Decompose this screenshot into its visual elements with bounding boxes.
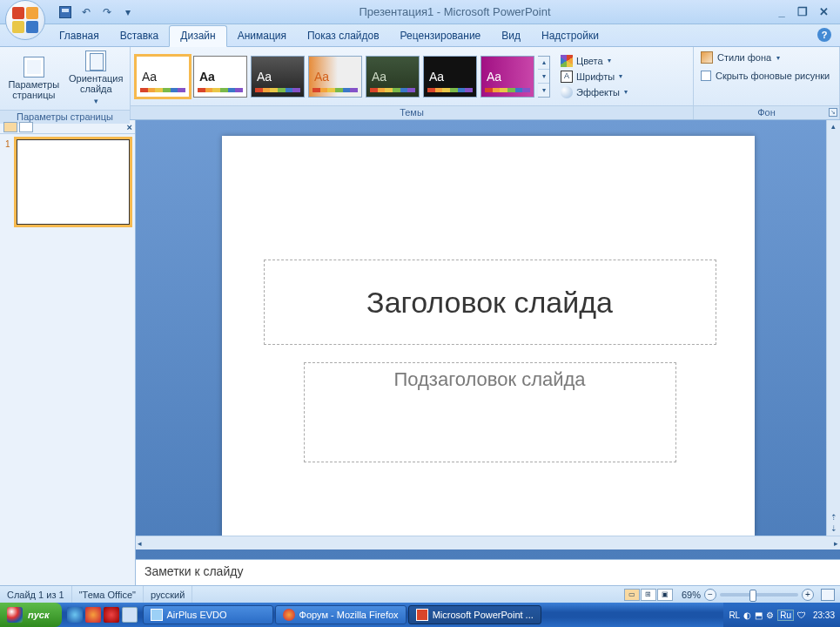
qat-redo-button[interactable]: ↷	[99, 4, 115, 20]
qat-undo-button[interactable]: ↶	[78, 4, 94, 20]
slide-canvas-area[interactable]: Заголовок слайда Подзаголовок слайда ▴ ⇡…	[136, 120, 840, 536]
status-slide-info: Слайд 1 из 1	[0, 586, 72, 603]
editor-area: Заголовок слайда Подзаголовок слайда ▴ ⇡…	[136, 120, 840, 585]
tray-lang-1[interactable]: RL	[729, 610, 740, 620]
ql-firefox-icon[interactable]	[85, 607, 101, 623]
office-button[interactable]	[5, 0, 45, 40]
next-slide-button[interactable]: ⇣	[830, 524, 837, 535]
theme-options: Цвета▾ A Шрифты▾ Эффекты▾	[559, 54, 629, 99]
slide-panel: × 1	[0, 120, 136, 585]
task-2[interactable]: Форум - Mozilla Firefox	[275, 605, 407, 624]
tray-icon-2[interactable]: ⬒	[755, 610, 763, 620]
background-styles-button[interactable]: Стили фона▾	[699, 51, 782, 64]
colors-icon	[561, 55, 573, 67]
tray-icon-3[interactable]: ⚙	[766, 610, 774, 620]
panel-close-button[interactable]: ×	[127, 122, 132, 132]
slide[interactable]: Заголовок слайда Подзаголовок слайда	[222, 136, 755, 536]
view-buttons: ▭ ⊞ ▣	[621, 589, 676, 601]
chevron-down-icon: ▾	[94, 96, 98, 106]
thumbnail-1[interactable]: 1	[0, 134, 135, 230]
start-button[interactable]: пуск	[0, 603, 62, 627]
tray-icon-1[interactable]: ◐	[743, 610, 751, 620]
theme-scroll-up[interactable]: ▴	[538, 57, 549, 71]
windows-logo-icon	[7, 607, 23, 623]
scroll-right-icon[interactable]: ▸	[834, 539, 838, 548]
chevron-down-icon: ▾	[776, 54, 780, 62]
theme-thumb-2[interactable]: Aa	[193, 56, 247, 98]
zoom-in-button[interactable]: +	[802, 589, 814, 601]
minimize-button[interactable]: _	[774, 5, 790, 19]
title-placeholder[interactable]: Заголовок слайда	[264, 260, 716, 345]
tab-animation[interactable]: Анимация	[227, 26, 297, 46]
save-icon	[59, 6, 71, 18]
theme-thumb-1[interactable]: Aa	[136, 56, 190, 98]
orientation-label: Ориентация слайда	[68, 73, 125, 94]
chevron-down-icon: ▾	[608, 57, 611, 64]
quick-launch	[67, 607, 138, 623]
tab-view[interactable]: Вид	[491, 26, 531, 46]
scroll-left-icon[interactable]: ◂	[138, 539, 142, 548]
quick-access-toolbar: ↶ ↷ ▾	[57, 4, 136, 20]
normal-view-button[interactable]: ▭	[624, 589, 640, 601]
fit-to-window-button[interactable]	[821, 589, 835, 601]
tray-clock[interactable]: 23:33	[810, 610, 835, 620]
theme-more-button[interactable]: ▾	[538, 84, 549, 97]
help-button[interactable]: ?	[817, 28, 831, 42]
notes-pane[interactable]: Заметки к слайду	[136, 559, 840, 585]
zoom-controls: 69% − +	[676, 589, 840, 601]
zoom-level[interactable]: 69%	[682, 590, 701, 600]
chevron-down-icon: ▾	[624, 88, 628, 96]
outline-tab-button[interactable]	[19, 122, 33, 132]
ql-opera-icon[interactable]	[104, 607, 119, 623]
close-button[interactable]: ✕	[816, 5, 831, 19]
slideshow-view-button[interactable]: ▣	[657, 589, 673, 601]
slide-orientation-button[interactable]: Ориентация слайда ▾	[68, 51, 125, 106]
theme-colors-button[interactable]: Цвета▾	[559, 54, 629, 68]
tab-home[interactable]: Главная	[49, 26, 110, 46]
theme-thumb-7[interactable]: Aa	[480, 56, 534, 98]
theme-gallery: Aa Aa Aa Aa Aa Aa Aa ▴ ▾ ▾	[136, 56, 550, 98]
theme-thumb-5[interactable]: Aa	[366, 56, 420, 98]
group-themes: Aa Aa Aa Aa Aa Aa Aa ▴ ▾ ▾ Цвета▾	[131, 47, 694, 119]
theme-effects-button[interactable]: Эффекты▾	[559, 85, 629, 99]
tab-addins[interactable]: Надстройки	[531, 26, 609, 46]
tray-lang-2[interactable]: Ru	[777, 610, 794, 621]
title-bar: ↶ ↷ ▾ Презентация1 - Microsoft PowerPoin…	[0, 0, 840, 24]
theme-thumb-3[interactable]: Aa	[251, 56, 305, 98]
tab-design[interactable]: Дизайн	[169, 25, 226, 47]
theme-thumb-4[interactable]: Aa	[308, 56, 362, 98]
qat-customize-button[interactable]: ▾	[120, 4, 136, 20]
tab-insert[interactable]: Вставка	[110, 26, 170, 46]
tab-review[interactable]: Рецензирование	[390, 26, 492, 46]
dialog-launcher-icon[interactable]: ↘	[829, 108, 837, 117]
tab-slideshow[interactable]: Показ слайдов	[297, 26, 390, 46]
horizontal-scrollbar[interactable]: ◂ ▸	[136, 536, 840, 549]
restore-button[interactable]: ❐	[795, 5, 810, 19]
hide-bg-graphics-checkbox[interactable]: Скрыть фоновые рисунки	[699, 70, 831, 82]
status-language[interactable]: русский	[144, 586, 192, 603]
window-title: Презентация1 - Microsoft PowerPoint	[136, 5, 774, 18]
theme-thumb-6[interactable]: Aa	[423, 56, 477, 98]
zoom-slider[interactable]	[720, 593, 798, 597]
effects-icon	[561, 86, 573, 98]
tray-icon-4[interactable]: 🛡	[797, 610, 806, 620]
office-logo-icon	[12, 7, 38, 33]
ql-desktop-icon[interactable]	[122, 607, 138, 623]
task-3[interactable]: Microsoft PowerPoint ...	[408, 605, 541, 624]
ribbon: Параметры страницы Ориентация слайда ▾ П…	[0, 47, 840, 120]
prev-slide-button[interactable]: ⇡	[830, 513, 837, 523]
checkbox-icon	[701, 71, 711, 81]
ql-ie-icon[interactable]	[67, 607, 83, 623]
page-setup-button[interactable]: Параметры страницы	[5, 57, 63, 100]
theme-scroll-down[interactable]: ▾	[538, 70, 549, 84]
theme-fonts-button[interactable]: A Шрифты▾	[559, 70, 629, 84]
fonts-icon: A	[561, 71, 573, 83]
qat-save-button[interactable]	[57, 4, 73, 20]
slides-tab-button[interactable]	[3, 122, 17, 132]
subtitle-placeholder[interactable]: Подзаголовок слайда	[304, 362, 676, 462]
sorter-view-button[interactable]: ⊞	[641, 589, 656, 601]
zoom-out-button[interactable]: −	[704, 589, 716, 601]
scroll-up-icon[interactable]: ▴	[831, 120, 836, 132]
task-1[interactable]: AirPlus EVDO	[143, 605, 273, 624]
vertical-scrollbar[interactable]: ▴ ⇡ ⇣	[826, 120, 840, 536]
